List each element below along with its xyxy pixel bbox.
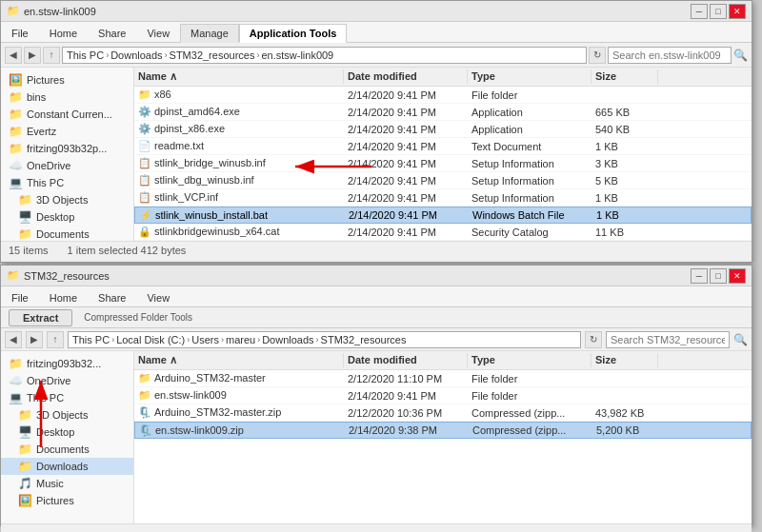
bottom-address-bar: ◀ ▶ ↑ This PC › Local Disk (C:) › Users …: [1, 328, 752, 351]
pictures-icon: 🖼️: [9, 73, 23, 87]
file-row-dpinst-amd64[interactable]: ⚙️dpinst_amd64.exe 2/14/2020 9:41 PM App…: [134, 104, 752, 121]
bottom-back-btn[interactable]: ◀: [5, 331, 22, 348]
sidebar-item-desktop-top[interactable]: 🖥️ Desktop: [1, 208, 133, 226]
bottom-window: 📁 STM32_resources ─ □ ✕ File Home Share …: [0, 265, 752, 526]
bottom-title-text: 📁 STM32_resources: [7, 269, 691, 282]
file-row-readme[interactable]: 📄readme.txt 2/14/2020 9:41 PM Text Docum…: [134, 138, 752, 155]
file-row-stlink-dbg[interactable]: 📋stlink_dbg_winusb.inf 2/14/2020 9:41 PM…: [134, 172, 752, 189]
col-name-header-top[interactable]: Name ∧: [134, 69, 344, 84]
file-row-stlinkbridge-x64[interactable]: 🔒stlinkbridgewinusb_x64.cat 2/14/2020 9:…: [134, 224, 752, 241]
onedrive-icon-bottom: ☁️: [9, 374, 23, 387]
fritzing-icon-bottom: 📁: [9, 357, 23, 370]
top-back-btn[interactable]: ◀: [5, 47, 22, 64]
bottom-search-icon[interactable]: 🔍: [733, 333, 748, 346]
bottom-file-list-header: Name ∧ Date modified Type Size: [134, 351, 752, 370]
bottom-file-list: 📁Arduino_STM32-master 2/12/2020 11:10 PM…: [134, 370, 752, 523]
bottom-main-area: 📁 fritzing093b32... ☁️ OneDrive 💻 This P…: [1, 351, 752, 523]
sidebar-item-thispc-top[interactable]: 💻 This PC: [1, 174, 133, 191]
top-maximize-btn[interactable]: □: [710, 4, 727, 19]
bottom-sidebar: 📁 fritzing093b32... ☁️ OneDrive 💻 This P…: [1, 351, 134, 523]
sidebar-item-documents-bottom[interactable]: 📁 Documents: [1, 441, 133, 458]
top-close-btn[interactable]: ✕: [729, 4, 746, 19]
bottom-forward-btn[interactable]: ▶: [26, 331, 43, 348]
sidebar-item-fritzing-top[interactable]: 📁 fritzing093b32p...: [1, 140, 133, 157]
desktop-icon: 🖥️: [18, 210, 32, 224]
onedrive-icon: ☁️: [9, 159, 23, 172]
top-refresh-btn[interactable]: ↻: [589, 47, 606, 64]
bottom-breadcrumb[interactable]: This PC › Local Disk (C:) › Users › mare…: [68, 331, 581, 348]
sidebar-item-downloads-bottom[interactable]: 📁 Downloads: [1, 458, 133, 475]
sidebar-item-desktop-bottom[interactable]: 🖥️ Desktop: [1, 424, 133, 441]
bottom-search-input[interactable]: [606, 331, 730, 348]
bottom-close-btn[interactable]: ✕: [729, 268, 746, 284]
bottom-up-btn[interactable]: ↑: [47, 331, 64, 348]
top-up-btn[interactable]: ↑: [43, 47, 60, 64]
bottom-title-bar: 📁 STM32_resources ─ □ ✕: [1, 266, 752, 286]
bottom-ribbon-compressed: Extract Compressed Folder Tools: [1, 307, 752, 328]
sidebar-item-documents-top[interactable]: 📁 Documents: [1, 226, 133, 241]
top-status-bar: 15 items 1 item selected 412 bytes: [1, 241, 752, 258]
thispc-icon-bottom: 💻: [9, 391, 23, 404]
constant-icon: 📁: [9, 108, 23, 121]
file-row-x86[interactable]: 📁x86 2/14/2020 9:41 PM File folder: [134, 87, 752, 104]
file-row-enstsw-zip[interactable]: 🗜️en.stsw-link009.zip 2/14/2020 9:38 PM …: [134, 422, 752, 439]
sidebar-item-3dobjects-top[interactable]: 📁 3D Objects: [1, 191, 133, 208]
bottom-maximize-btn[interactable]: □: [710, 268, 727, 284]
sidebar-item-pictures-bottom[interactable]: 🖼️ Pictures: [1, 492, 133, 509]
file-row-arduino-zip[interactable]: 🗜️Arduino_STM32-master.zip 2/12/2020 10:…: [134, 404, 752, 422]
tab-home-top[interactable]: Home: [39, 23, 88, 42]
fritzing-icon: 📁: [9, 142, 23, 155]
bottom-window-title: STM32_resources: [24, 270, 110, 282]
col-name-header-bottom[interactable]: Name ∧: [134, 353, 344, 367]
tab-share-top[interactable]: Share: [88, 23, 136, 42]
file-row-dpinst-x86[interactable]: ⚙️dpinst_x86.exe 2/14/2020 9:41 PM Appli…: [134, 121, 752, 138]
col-date-header-bottom[interactable]: Date modified: [344, 353, 468, 367]
tab-manage-top[interactable]: Manage: [180, 24, 239, 43]
bins-icon: 📁: [9, 90, 23, 104]
folder-icon: 📁: [7, 5, 20, 17]
bottom-refresh-btn[interactable]: ↻: [585, 331, 602, 348]
bottom-ribbon-tabs: File Home Share View: [1, 286, 752, 307]
3dobjects-icon-bottom: 📁: [18, 408, 32, 422]
file-row-stlink-vcp[interactable]: 📋stlink_VCP.inf 2/14/2020 9:41 PM Setup …: [134, 189, 752, 207]
file-row-enstsw-folder[interactable]: 📁en.stsw-link009 2/14/2020 9:41 PM File …: [134, 387, 752, 404]
col-date-header-top[interactable]: Date modified: [344, 69, 468, 84]
bottom-minimize-btn[interactable]: ─: [691, 268, 708, 284]
tab-home-bottom[interactable]: Home: [39, 287, 88, 306]
col-type-header-bottom[interactable]: Type: [468, 353, 592, 367]
top-main-area: 🖼️ Pictures 📁 bins 📁 Constant Curren... …: [1, 68, 752, 241]
sidebar-item-thispc-bottom[interactable]: 💻 This PC: [1, 389, 133, 406]
sidebar-item-3dobjects-bottom[interactable]: 📁 3D Objects: [1, 406, 133, 424]
top-file-list: 📁x86 2/14/2020 9:41 PM File folder ⚙️dpi…: [134, 87, 752, 241]
sidebar-item-fritzing-bottom[interactable]: 📁 fritzing093b32...: [1, 355, 133, 372]
top-title-bar: 📁 en.stsw-link009 ─ □ ✕: [1, 1, 752, 22]
col-size-header-bottom[interactable]: Size: [592, 353, 658, 367]
sidebar-item-bins-top[interactable]: 📁 bins: [1, 89, 133, 106]
top-search-icon[interactable]: 🔍: [733, 49, 748, 62]
file-row-stlink-bridge[interactable]: 📋stlink_bridge_winusb.inf 2/14/2020 9:41…: [134, 155, 752, 172]
col-size-header-top[interactable]: Size: [592, 69, 658, 84]
sidebar-item-onedrive-bottom[interactable]: ☁️ OneDrive: [1, 372, 133, 389]
file-row-stlink-bat[interactable]: ⚡stlink_winusb_install.bat 2/14/2020 9:4…: [134, 207, 752, 224]
top-sidebar: 🖼️ Pictures 📁 bins 📁 Constant Curren... …: [1, 68, 134, 241]
top-breadcrumb[interactable]: This PC › Downloads › STM32_resources › …: [62, 47, 587, 64]
top-minimize-btn[interactable]: ─: [691, 4, 708, 19]
sidebar-item-constant-top[interactable]: 📁 Constant Curren...: [1, 106, 133, 123]
tab-application-tools-top[interactable]: Application Tools: [239, 24, 347, 43]
sidebar-item-onedrive-top[interactable]: ☁️ OneDrive: [1, 157, 133, 174]
sidebar-item-evertz-top[interactable]: 📁 Evertz: [1, 123, 133, 140]
col-type-header-top[interactable]: Type: [468, 69, 592, 84]
tab-file-bottom[interactable]: File: [1, 287, 39, 306]
tab-file-top[interactable]: File: [1, 23, 39, 42]
extract-button[interactable]: Extract: [9, 309, 72, 326]
top-search-input[interactable]: [608, 47, 732, 64]
tab-share-bottom[interactable]: Share: [88, 287, 136, 306]
sidebar-item-pictures-top[interactable]: 🖼️ Pictures: [1, 71, 133, 89]
top-window-title: en.stsw-link009: [24, 6, 96, 17]
tab-view-top[interactable]: View: [136, 23, 180, 42]
sidebar-item-music-bottom[interactable]: 🎵 Music: [1, 475, 133, 492]
documents-icon: 📁: [18, 227, 32, 241]
file-row-arduino-master[interactable]: 📁Arduino_STM32-master 2/12/2020 11:10 PM…: [134, 370, 752, 387]
tab-view-bottom[interactable]: View: [136, 287, 180, 306]
top-forward-btn[interactable]: ▶: [24, 47, 41, 64]
